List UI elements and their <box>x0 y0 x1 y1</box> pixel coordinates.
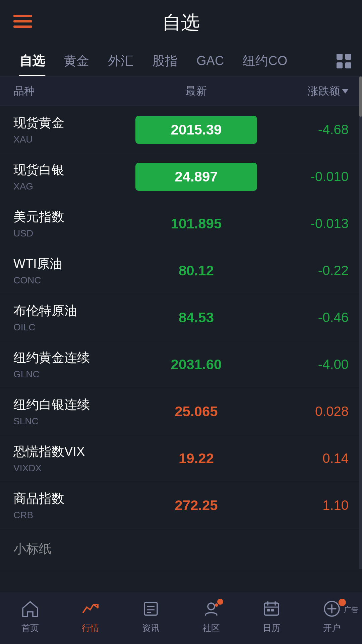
svg-rect-0 <box>13 15 32 17</box>
row-price: 19.22 <box>135 450 257 467</box>
row-name-block: 商品指数 CRB <box>13 490 135 521</box>
tab-gac[interactable]: GAC <box>187 47 233 75</box>
row-price-wrapper: 25.065 <box>135 404 257 420</box>
row-change: 0.14 <box>257 451 349 466</box>
row-price: 272.25 <box>135 497 257 514</box>
row-name-block: 现货黄金 XAU <box>13 114 135 145</box>
nav-market-label: 行情 <box>82 622 99 634</box>
row-price-wrapper: 2015.39 <box>135 116 257 144</box>
nav-community[interactable]: 社区 <box>181 599 241 634</box>
svg-rect-6 <box>345 62 351 68</box>
table-row[interactable]: 现货黄金 XAU 2015.39 -4.68 <box>0 106 362 153</box>
row-change: 1.10 <box>257 498 349 513</box>
row-name-cn: 小标纸 <box>13 540 349 557</box>
nav-market[interactable]: 行情 <box>60 599 121 634</box>
community-badge <box>217 599 223 605</box>
row-name-block: 现货白银 XAG <box>13 161 135 192</box>
table-row[interactable]: WTI原油 CONC 80.12 -0.22 <box>0 247 362 294</box>
table-row[interactable]: 纽约黄金连续 GLNC 2031.60 -4.00 <box>0 341 362 388</box>
svg-rect-2 <box>13 25 32 28</box>
svg-rect-18 <box>271 609 274 611</box>
table-row[interactable]: 纽约白银连续 SLNC 25.065 0.028 <box>0 388 362 435</box>
row-change: -0.46 <box>257 310 349 325</box>
tab-huangjin[interactable]: 黄金 <box>54 46 99 76</box>
table-row[interactable]: 布伦特原油 OILC 84.53 -0.46 <box>0 294 362 341</box>
scrollbar-track[interactable] <box>359 76 362 569</box>
col-header-name: 品种 <box>13 84 135 99</box>
nav-open-account-label: 开户 <box>323 622 341 634</box>
nav-news[interactable]: 资讯 <box>121 599 181 634</box>
row-change: -0.013 <box>257 216 349 231</box>
grid-view-icon[interactable] <box>336 53 352 69</box>
row-name-block: WTI原油 CONC <box>13 255 135 286</box>
row-name-en: SLNC <box>13 416 135 427</box>
row-price: 24.897 <box>135 163 257 191</box>
row-name-cn: 现货黄金 <box>13 114 135 131</box>
svg-point-11 <box>208 603 215 610</box>
row-name-block: 纽约黄金连续 GLNC <box>13 349 135 380</box>
row-name-cn: 纽约白银连续 <box>13 396 135 413</box>
scrollbar-thumb[interactable] <box>359 76 362 117</box>
row-price-wrapper: 84.53 <box>135 310 257 326</box>
row-name-cn: 纽约黄金连续 <box>13 349 135 366</box>
row-price: 101.895 <box>135 216 257 232</box>
page-title: 自选 <box>162 10 200 36</box>
svg-rect-17 <box>267 609 270 611</box>
sort-triangle-icon <box>342 89 349 94</box>
nav-open-account[interactable]: 开户 广告 <box>302 599 362 634</box>
row-name-cn: 美元指数 <box>13 208 135 225</box>
row-change: -4.00 <box>257 357 349 372</box>
row-price: 25.065 <box>135 404 257 420</box>
nav-calendar[interactable]: 日历 <box>241 599 302 634</box>
row-price: 2015.39 <box>135 116 257 144</box>
home-icon <box>20 599 40 619</box>
col-header-price: 最新 <box>135 84 257 99</box>
table-row[interactable]: 商品指数 CRB 272.25 1.10 <box>0 482 362 529</box>
nav-home-label: 首页 <box>21 622 39 634</box>
row-name-en: OILC <box>13 322 135 333</box>
nav-calendar-label: 日历 <box>263 622 280 634</box>
table-row[interactable]: 美元指数 USD 101.895 -0.013 <box>0 200 362 247</box>
table-row[interactable]: 现货白银 XAG 24.897 -0.010 <box>0 153 362 200</box>
nav-community-label: 社区 <box>202 622 220 634</box>
tab-bar: 自选 黄金 外汇 股指 GAC 纽约CO <box>0 46 362 76</box>
row-name-cn: WTI原油 <box>13 255 135 272</box>
row-price-wrapper: 101.895 <box>135 216 257 232</box>
row-price-wrapper: 24.897 <box>135 163 257 191</box>
row-change: 0.028 <box>257 404 349 419</box>
row-price: 84.53 <box>135 310 257 326</box>
svg-rect-5 <box>337 62 343 68</box>
row-name-block: 恐慌指数VIX VIXDX <box>13 443 135 474</box>
row-name-cn: 商品指数 <box>13 490 135 507</box>
tab-zixuan[interactable]: 自选 <box>10 46 54 76</box>
ad-label: 广告 <box>344 605 359 615</box>
col-header-change: 涨跌额 <box>257 84 349 99</box>
row-price: 80.12 <box>135 263 257 279</box>
table-row[interactable]: 小标纸 <box>0 529 362 569</box>
tab-niuyueco[interactable]: 纽约CO <box>233 46 297 76</box>
row-price-wrapper: 272.25 <box>135 497 257 514</box>
nav-home[interactable]: 首页 <box>0 599 60 634</box>
market-icon <box>80 599 101 619</box>
row-change: -0.22 <box>257 263 349 278</box>
table-row[interactable]: 恐慌指数VIX VIXDX 19.22 0.14 <box>0 435 362 482</box>
news-icon <box>141 599 161 619</box>
bottom-nav: 首页 行情 资讯 <box>0 592 362 644</box>
nav-news-label: 资讯 <box>142 622 160 634</box>
tab-guzhi[interactable]: 股指 <box>143 46 187 76</box>
row-price-wrapper: 80.12 <box>135 263 257 279</box>
row-name-en: XAG <box>13 181 135 192</box>
row-name-en: VIXDX <box>13 463 135 474</box>
table-header: 品种 最新 涨跌额 <box>0 76 362 106</box>
svg-rect-4 <box>345 54 351 60</box>
svg-point-12 <box>215 603 218 607</box>
tab-waihui[interactable]: 外汇 <box>99 46 143 76</box>
row-price-wrapper: 19.22 <box>135 450 257 467</box>
row-name-en: USD <box>13 228 135 239</box>
row-price-wrapper: 2031.60 <box>135 357 257 373</box>
menu-icon[interactable] <box>13 13 32 32</box>
header: 自选 <box>0 0 362 42</box>
row-name-cn: 现货白银 <box>13 161 135 178</box>
row-name-en: CONC <box>13 275 135 286</box>
row-price: 2031.60 <box>135 357 257 373</box>
